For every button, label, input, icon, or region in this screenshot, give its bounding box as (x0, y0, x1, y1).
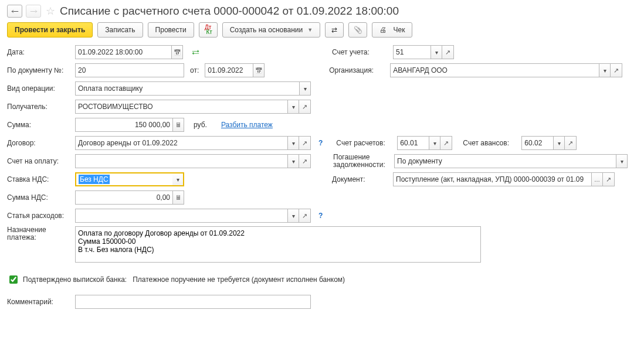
dtkt-button[interactable]: ДтКт (199, 22, 218, 38)
calculator-icon-2 (175, 194, 182, 201)
account-dropdown-button[interactable]: ▾ (431, 45, 442, 59)
sync-icon[interactable]: ⮂ (189, 48, 202, 57)
recipient-input[interactable]: РОСТОВИМУЩЕСТВО (75, 100, 287, 114)
invoice-open-button[interactable] (299, 154, 311, 168)
org-open-button[interactable] (611, 63, 622, 77)
currency-label: руб. (194, 121, 207, 129)
swap-button[interactable] (325, 22, 344, 38)
expense-item-dropdown-button[interactable]: ▾ (287, 209, 299, 223)
cheque-label: Чек (393, 26, 405, 34)
org-dropdown-button[interactable]: ▾ (599, 63, 611, 77)
favorite-star-icon[interactable]: ☆ (46, 5, 55, 18)
invoice-input[interactable] (75, 154, 287, 168)
doc-date-input[interactable]: 01.09.2022 (205, 63, 253, 77)
post-button[interactable]: Провести (148, 22, 194, 38)
vat-sum-input[interactable]: 0,00 (75, 190, 172, 205)
document-ref-open-button[interactable] (603, 172, 615, 186)
comment-input[interactable] (75, 295, 311, 309)
external-icon (445, 49, 450, 56)
purpose-label: Назначение платежа: (7, 226, 69, 241)
vat-rate-dropdown-button[interactable]: ▾ (172, 172, 184, 186)
advance-acc-input[interactable]: 60.02 (521, 136, 553, 150)
invoice-dropdown-button[interactable]: ▾ (287, 154, 299, 168)
external-icon-5 (443, 139, 449, 147)
doc-date-calendar-button[interactable] (253, 63, 265, 77)
create-based-on-button[interactable]: Создать на основании▼ (222, 22, 320, 38)
purpose-textarea[interactable] (75, 226, 481, 263)
advance-acc-label: Счет авансов: (463, 139, 516, 147)
contract-open-button[interactable] (299, 136, 311, 150)
invoice-label: Счет на оплату: (7, 157, 69, 165)
amount-input[interactable]: 150 000,00 (75, 118, 172, 132)
calendar-icon (174, 49, 181, 56)
contract-input[interactable]: Договор аренды от 01.09.2022 (75, 136, 287, 150)
settle-acc-label: Счет расчетов: (336, 139, 391, 147)
page-title: Списание с расчетного счета 0000-000042 … (60, 5, 399, 18)
attachment-button[interactable] (348, 22, 367, 38)
post-close-button[interactable]: Провести и закрыть (7, 22, 93, 38)
split-payment-link[interactable]: Разбить платеж (221, 121, 273, 129)
settle-acc-dropdown-button[interactable]: ▾ (429, 136, 440, 150)
external-icon-4 (302, 139, 307, 147)
amount-label: Сумма: (7, 121, 69, 129)
vat-sum-calc-button[interactable] (172, 190, 184, 205)
create-based-label: Создать на основании (230, 26, 303, 34)
debt-repay-input[interactable]: По документу (394, 154, 616, 168)
optype-dropdown-button[interactable]: ▾ (299, 81, 311, 96)
bank-confirmed-label: Подтверждено выпиской банка: (23, 275, 127, 284)
dtkt-icon: ДтКт (204, 25, 212, 35)
bank-confirmed-checkbox[interactable] (9, 275, 18, 284)
account-open-button[interactable] (442, 45, 454, 59)
vat-sum-label: Сумма НДС: (7, 193, 69, 202)
optype-label: Вид операции: (7, 84, 69, 93)
post-label: Провести (155, 26, 187, 34)
expense-item-input[interactable] (75, 209, 287, 223)
comment-label: Комментарий: (7, 298, 69, 306)
recipient-label: Получатель: (7, 103, 69, 111)
advance-acc-open-button[interactable] (565, 136, 577, 150)
account-input[interactable]: 51 (393, 45, 431, 59)
swap-icon (331, 26, 337, 34)
docno-input[interactable]: 20 (75, 63, 184, 77)
calculator-icon (175, 121, 182, 128)
vat-rate-input[interactable]: Без НДС (75, 172, 172, 186)
expense-item-help-icon[interactable]: ? (317, 212, 324, 220)
cheque-button[interactable]: Чек (372, 22, 412, 38)
expense-item-label: Статья расходов: (7, 212, 69, 220)
external-icon-6 (568, 139, 573, 147)
back-button[interactable]: 🡐 (7, 5, 22, 18)
expense-item-open-button[interactable] (299, 209, 311, 223)
save-button[interactable]: Записать (97, 22, 143, 38)
from-label: от: (190, 66, 199, 74)
recipient-open-button[interactable] (299, 100, 311, 114)
contract-dropdown-button[interactable]: ▾ (287, 136, 299, 150)
optype-input[interactable]: Оплата поставщику (75, 81, 299, 96)
forward-button[interactable]: 🡒 (26, 5, 41, 18)
document-ref-input[interactable]: Поступление (акт, накладная, УПД) 0000-0… (393, 172, 591, 186)
bank-confirmed-text: Платежное поручение не требуется (докуме… (133, 275, 345, 284)
printer-icon (379, 26, 387, 34)
settle-acc-open-button[interactable] (440, 136, 452, 150)
advance-acc-dropdown-button[interactable]: ▾ (553, 136, 565, 150)
date-input[interactable]: 01.09.2022 18:00:00 (75, 45, 171, 59)
clip-icon (354, 26, 362, 34)
contract-help-icon[interactable]: ? (317, 139, 324, 147)
date-label: Дата: (7, 48, 69, 56)
settle-acc-input[interactable]: 60.01 (397, 136, 429, 150)
save-label: Записать (105, 26, 135, 34)
external-icon-7 (302, 158, 307, 165)
date-calendar-button[interactable] (171, 45, 183, 59)
account-label: Счет учета: (332, 48, 387, 56)
org-label: Организация: (329, 66, 384, 74)
recipient-dropdown-button[interactable]: ▾ (287, 100, 299, 114)
external-icon-9 (302, 212, 307, 220)
document-ref-select-button[interactable]: … (591, 172, 603, 186)
external-icon-3 (302, 103, 307, 111)
calendar-icon-2 (255, 67, 262, 74)
debt-repay-dropdown-button[interactable]: ▾ (616, 154, 628, 168)
chevron-down-icon: ▼ (307, 27, 313, 33)
debt-repay-label: Погашение задолженности: (333, 154, 388, 169)
external-icon-2 (614, 67, 619, 74)
org-input[interactable]: АВАНГАРД ООО (390, 63, 599, 77)
amount-calc-button[interactable] (172, 118, 184, 132)
